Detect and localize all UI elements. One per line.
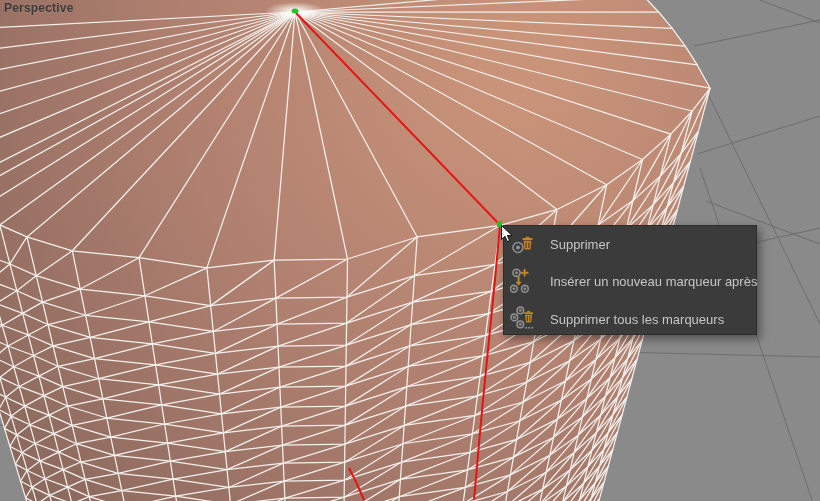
menu-item-label: Supprimer tous les marqueurs	[550, 312, 724, 327]
viewport-label: Perspective	[4, 1, 74, 15]
delete-all-markers-icon	[504, 306, 550, 332]
menu-item-insert-marker-after[interactable]: Insérer un nouveau marqueur après	[504, 260, 756, 302]
menu-item-delete-marker[interactable]: Supprimer	[504, 228, 756, 260]
viewport-3d: Perspective Supprimer	[0, 0, 820, 501]
menu-item-label: Supprimer	[550, 237, 610, 252]
mouse-cursor	[501, 225, 515, 245]
insert-marker-after-icon	[504, 268, 550, 294]
menu-item-label: Insérer un nouveau marqueur après	[550, 274, 757, 289]
context-menu: Supprimer Insérer un nouveau marqueur ap…	[503, 225, 757, 335]
menu-item-delete-all-markers[interactable]: Supprimer tous les marqueurs	[504, 302, 756, 336]
